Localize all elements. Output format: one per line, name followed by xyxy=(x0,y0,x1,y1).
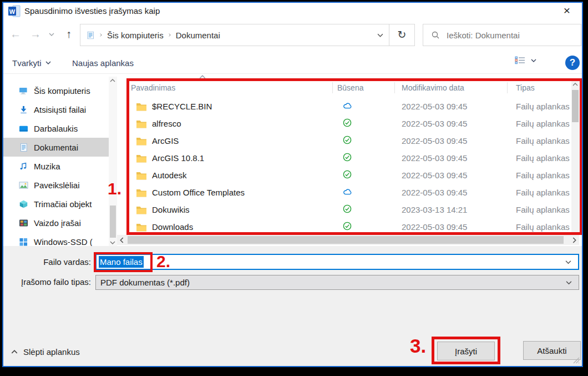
file-row[interactable]: Custom Office Templates 2022-05-03 09:45… xyxy=(117,184,579,201)
search-box[interactable]: Ieškoti: Dokumentai xyxy=(423,24,581,46)
file-type-label: Įrašomo failo tipas: xyxy=(3,277,91,287)
folder-icon xyxy=(136,171,147,180)
documents-icon xyxy=(19,143,28,152)
sidebar-item-downloads[interactable]: Atsisiųsti failai xyxy=(3,100,109,119)
file-type: Failų aplankas xyxy=(508,205,579,214)
list-vertical-scrollbar[interactable] xyxy=(571,81,579,235)
file-row[interactable]: ArcGIS 10.8.1 2022-05-03 09:45 Failų apl… xyxy=(117,149,579,167)
column-header-type[interactable]: Tipas xyxy=(508,82,579,93)
file-modified-date: 2022-05-03 09:45 xyxy=(395,136,508,146)
save-button[interactable]: Įrašyti xyxy=(437,342,495,360)
chevron-down-icon[interactable] xyxy=(566,280,572,284)
scrollbar-thumb[interactable] xyxy=(572,90,579,122)
sidebar-item-music[interactable]: Muzika xyxy=(3,157,109,176)
file-modified-date: 2022-05-03 09:45 xyxy=(395,222,508,232)
forward-button[interactable]: → xyxy=(28,26,43,42)
sidebar-item-3d-objects[interactable]: Trimačiai objekt xyxy=(3,194,109,213)
up-button[interactable]: ↑ xyxy=(61,26,77,42)
check-icon xyxy=(343,153,352,162)
scrollbar-thumb[interactable] xyxy=(110,205,116,238)
computer-icon xyxy=(19,87,28,95)
sidebar-item-pictures[interactable]: Paveikslėliai xyxy=(3,176,109,194)
pictures-icon xyxy=(19,181,28,189)
address-dropdown-chevron-icon[interactable] xyxy=(377,33,383,37)
sidebar-item-this-pc[interactable]: Šis kompiuteris xyxy=(3,81,109,100)
file-row[interactable]: Autodesk 2022-05-03 09:45 Failų aplankas xyxy=(117,167,579,184)
file-type-select[interactable]: PDF dokumentas (*.pdf) xyxy=(95,275,579,290)
column-header-modified[interactable]: Modifikavimo data xyxy=(395,82,508,93)
breadcrumb[interactable]: Šis kompiuteris Dokumentai xyxy=(80,24,389,46)
breadcrumb-this-pc[interactable]: Šis kompiuteris xyxy=(107,31,164,40)
sort-ascending-icon xyxy=(199,75,206,79)
file-modified-date: 2022-05-03 09:45 xyxy=(395,171,508,180)
scroll-up-icon[interactable] xyxy=(572,83,578,86)
file-type-value: PDF dokumentas (*.pdf) xyxy=(100,278,190,287)
list-horizontal-scrollbar[interactable] xyxy=(117,235,579,245)
chevron-down-icon xyxy=(45,61,51,64)
breadcrumb-documents[interactable]: Dokumentai xyxy=(176,31,220,40)
column-header-name[interactable]: Pavadinimas xyxy=(117,82,333,93)
main-area: Šis kompiuteris Atsisiųsti failai Darbal… xyxy=(3,74,582,246)
chevron-down-icon xyxy=(531,59,536,62)
downloads-icon xyxy=(19,106,28,114)
hide-folders-button[interactable]: Slėpti aplankus xyxy=(11,347,80,357)
check-icon xyxy=(343,170,352,179)
status-cell xyxy=(333,204,395,215)
new-folder-button[interactable]: Naujas aplankas xyxy=(72,52,134,74)
file-row[interactable]: Downloads 2022-05-03 09:45 Failų aplanka… xyxy=(117,218,579,235)
status-cell xyxy=(333,102,395,111)
file-modified-date: 2023-03-13 14:21 xyxy=(395,205,508,214)
scroll-down-icon[interactable] xyxy=(110,241,115,244)
status-cell xyxy=(333,170,395,181)
check-icon xyxy=(343,118,352,127)
navigation-bar: ← → ↑ Šis kompiuteris Dokumentai ↻ Ieško… xyxy=(3,19,582,49)
back-button[interactable]: ← xyxy=(8,26,23,42)
sidebar-item-videos[interactable]: Vaizdo įrašai xyxy=(3,213,109,232)
title-bar: W Spausdinimo išvesties įrašymas kaip × xyxy=(3,3,582,19)
folder-icon xyxy=(136,188,147,197)
status-cell xyxy=(333,136,395,146)
scroll-right-icon[interactable] xyxy=(572,237,576,243)
svg-text:W: W xyxy=(9,8,16,15)
file-row[interactable]: $RECYCLE.BIN 2022-05-03 09:45 Failų apla… xyxy=(117,98,579,115)
scroll-up-icon[interactable] xyxy=(110,79,115,82)
videos-icon xyxy=(19,219,28,227)
scroll-left-icon[interactable] xyxy=(120,237,124,243)
command-toolbar: Tvarkyti Naujas aplankas ? xyxy=(3,52,582,74)
file-row[interactable]: alfresco 2022-05-03 09:45 Failų aplankas xyxy=(117,115,579,132)
column-header-status[interactable]: Būsena xyxy=(333,82,395,93)
file-name: Dokuwikis xyxy=(152,205,190,214)
file-rows: $RECYCLE.BIN 2022-05-03 09:45 Failų apla… xyxy=(117,98,579,235)
file-name: Autodesk xyxy=(152,171,187,180)
file-type: Failų aplankas xyxy=(508,188,579,197)
file-row[interactable]: ArcGIS 2022-05-03 09:45 Failų aplankas xyxy=(117,132,579,149)
cloud-icon xyxy=(343,188,353,195)
file-type: Failų aplankas xyxy=(508,102,579,111)
organize-menu[interactable]: Tvarkyti xyxy=(12,52,51,74)
file-modified-date: 2022-05-03 09:45 xyxy=(395,188,508,197)
cancel-button[interactable]: Atšaukti xyxy=(523,341,581,360)
word-app-icon: W xyxy=(8,4,21,18)
desktop-icon xyxy=(19,124,28,133)
sidebar-item-desktop[interactable]: Darbalaukis xyxy=(3,119,109,138)
list-view-icon xyxy=(515,56,525,64)
recent-locations-chevron-icon[interactable] xyxy=(49,33,54,36)
scrollbar-thumb[interactable] xyxy=(128,236,564,244)
file-name-input[interactable]: Mano failas xyxy=(95,254,579,270)
folder-icon xyxy=(136,223,147,232)
sidebar-scrollbar[interactable] xyxy=(109,77,117,246)
help-button[interactable]: ? xyxy=(565,56,580,70)
close-button[interactable]: × xyxy=(557,3,576,19)
cloud-icon xyxy=(343,102,353,109)
document-location-icon xyxy=(86,31,95,39)
view-options-button[interactable] xyxy=(515,56,536,64)
organize-label: Tvarkyti xyxy=(12,58,42,68)
folder-icon xyxy=(136,205,147,214)
chevron-down-icon[interactable] xyxy=(565,260,571,264)
resize-grip[interactable] xyxy=(573,357,580,364)
file-row[interactable]: Dokuwikis 2023-03-13 14:21 Failų aplanka… xyxy=(117,201,579,218)
window-title: Spausdinimo išvesties įrašymas kaip xyxy=(24,3,160,19)
refresh-button[interactable]: ↻ xyxy=(389,24,415,46)
sidebar-item-windows-ssd[interactable]: Windows-SSD ( xyxy=(3,232,109,246)
sidebar-item-documents[interactable]: Dokumentai xyxy=(3,138,109,157)
